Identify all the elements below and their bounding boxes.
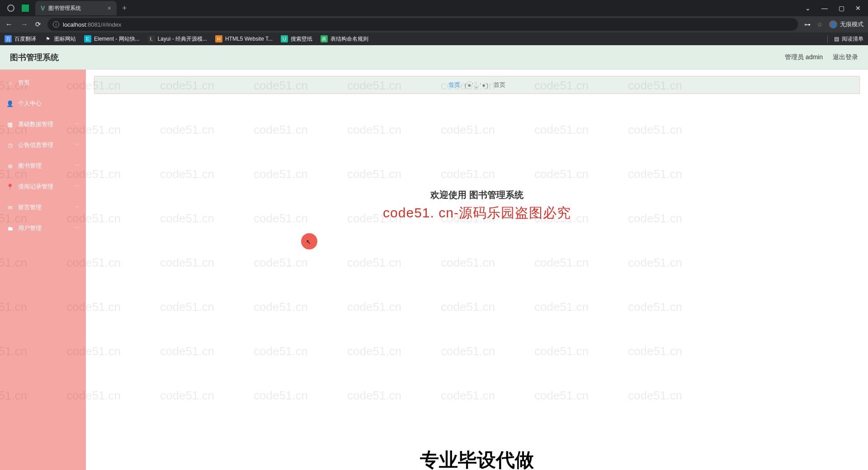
tab-inactive-icon[interactable]	[7, 5, 14, 12]
chevron-down-icon: ﹀	[75, 225, 80, 231]
chevron-down-icon: ﹀	[75, 121, 80, 127]
bookmark-label: 搜索壁纸	[291, 35, 312, 43]
user-icon: 👤	[6, 100, 14, 107]
address-bar-right: ⊶ ☆ 👤 无痕模式	[804, 20, 863, 28]
app-body: ⌂ 首页 👤 个人中心 ▦ 基础数据管理 ﹀ ◷ 公告信息管理 ﹀ ⊕ 图书管理…	[0, 70, 868, 470]
bookmark-item[interactable]: 百百度翻译	[5, 35, 36, 43]
sidebar-item-basedata[interactable]: ▦ 基础数据管理 ﹀	[0, 114, 86, 135]
pin-icon: 📍	[6, 183, 14, 190]
site-info-icon[interactable]: i	[53, 21, 59, 28]
clock-icon: ◷	[6, 142, 14, 149]
breadcrumb: 首页 (●'◡'●) 首页	[94, 76, 860, 94]
sidebar-item-label: 借阅记录管理	[18, 183, 53, 191]
sidebar-item-label: 公告信息管理	[18, 141, 53, 149]
bookmark-icon: l.	[148, 35, 155, 42]
bookmark-label: Element - 网站快...	[94, 35, 140, 43]
url-path: /#/index	[101, 21, 122, 28]
bookmark-item[interactable]: 表表结构命名规则	[321, 35, 368, 43]
tab-inactive-icon-2[interactable]	[22, 5, 29, 12]
sidebar-item-message[interactable]: ✉ 留言管理 ﹀	[0, 197, 86, 218]
tab-title: 图书管理系统	[48, 5, 104, 12]
chevron-down-icon[interactable]: ⌄	[805, 5, 811, 12]
close-icon[interactable]: ×	[108, 5, 111, 12]
header-actions: 管理员 admin 退出登录	[785, 53, 858, 61]
bookmark-icon: ⚑	[44, 35, 52, 42]
folder-icon: 🖿	[6, 225, 14, 232]
app-header: 图书管理系统 管理员 admin 退出登录	[0, 45, 868, 70]
vue-icon: V	[41, 5, 45, 12]
logout-button[interactable]: 退出登录	[833, 53, 858, 61]
chevron-down-icon: ﹀	[75, 163, 80, 169]
url-host: localhost	[63, 21, 86, 28]
bookmark-icon: 表	[321, 35, 328, 42]
bookmark-label: 百度翻译	[14, 35, 36, 43]
bookmark-icon: H	[215, 35, 222, 42]
incognito-icon: 👤	[829, 20, 837, 28]
password-key-icon[interactable]: ⊶	[804, 21, 811, 28]
sidebar-item-label: 图书管理	[18, 162, 42, 170]
globe-icon: ⊕	[6, 163, 14, 169]
url-input[interactable]: i localhost:8081/#/index	[47, 18, 798, 31]
cursor-icon: ↖	[306, 239, 311, 245]
grid-icon: ▦	[6, 121, 14, 128]
sidebar-item-label: 基础数据管理	[18, 120, 53, 128]
bookmark-item[interactable]: ⚑图标网站	[44, 35, 76, 43]
app-title: 图书管理系统	[10, 52, 59, 63]
bottom-banner: 专业毕设代做	[420, 447, 534, 470]
sidebar-item-label: 个人中心	[18, 99, 42, 108]
bookmark-item[interactable]: l.Layui - 经典开源模...	[148, 35, 207, 43]
bookmark-label: 图标网站	[54, 35, 76, 43]
bookmark-icon: E	[84, 35, 91, 42]
sidebar-item-label: 首页	[18, 79, 30, 87]
back-button[interactable]: ←	[5, 20, 14, 28]
sidebar-item-notice[interactable]: ◷ 公告信息管理 ﹀	[0, 135, 86, 155]
bookmark-label: 表结构命名规则	[330, 35, 368, 43]
sidebar-item-home[interactable]: ⌂ 首页	[0, 72, 86, 93]
bookmark-star-icon[interactable]: ☆	[817, 21, 823, 28]
main-content: 首页 (●'◡'●) 首页 欢迎使用 图书管理系统 code51. cn-源码乐…	[86, 70, 868, 470]
mail-icon: ✉	[6, 204, 14, 211]
maximize-icon[interactable]: ▢	[839, 5, 844, 12]
home-icon: ⌂	[6, 80, 14, 86]
close-window-icon[interactable]: ✕	[855, 5, 861, 12]
sidebar-item-books[interactable]: ⊕ 图书管理 ﹀	[0, 155, 86, 176]
reload-button[interactable]: ⟳	[35, 20, 41, 28]
app-root: 图书管理系统 管理员 admin 退出登录 ⌂ 首页 👤 个人中心 ▦ 基础数据…	[0, 45, 868, 470]
reading-list-icon: ▤	[834, 36, 839, 42]
browser-tab-active[interactable]: V 图书管理系统 ×	[35, 1, 117, 15]
window-controls: ⌄ ― ▢ ✕	[805, 5, 868, 12]
bookmark-icon: U	[281, 35, 288, 42]
breadcrumb-home[interactable]: 首页	[448, 81, 460, 89]
chevron-down-icon: ﹀	[75, 204, 80, 211]
bookmark-item[interactable]: U搜索壁纸	[281, 35, 312, 43]
bookmarks-bar: 百百度翻译 ⚑图标网站 EElement - 网站快... l.Layui - …	[0, 33, 868, 45]
admin-label[interactable]: 管理员 admin	[785, 53, 823, 61]
breadcrumb-separator: (●'◡'●)	[465, 82, 489, 89]
watermark-banner: code51. cn-源码乐园盗图必究	[94, 204, 860, 222]
chevron-down-icon: ﹀	[75, 142, 80, 148]
sidebar-item-users[interactable]: 🖿 用户管理 ﹀	[0, 218, 86, 239]
bookmark-label: Layui - 经典开源模...	[158, 35, 207, 43]
bookmark-icon: 百	[5, 35, 12, 42]
sidebar: ⌂ 首页 👤 个人中心 ▦ 基础数据管理 ﹀ ◷ 公告信息管理 ﹀ ⊕ 图书管理…	[0, 70, 86, 470]
sidebar-item-profile[interactable]: 👤 个人中心	[0, 93, 86, 114]
bookmark-item[interactable]: HHTML5 Website T...	[215, 35, 273, 42]
bookmark-item[interactable]: EElement - 网站快...	[84, 35, 140, 43]
bookmark-label: HTML5 Website T...	[225, 36, 273, 42]
sidebar-item-borrow[interactable]: 📍 借阅记录管理 ﹀	[0, 176, 86, 197]
url-port: :8081	[86, 21, 101, 28]
incognito-indicator[interactable]: 👤 无痕模式	[829, 20, 863, 28]
reading-list-button[interactable]: ▤ 阅读清单	[827, 35, 863, 43]
sidebar-item-label: 用户管理	[18, 224, 42, 232]
reading-list-label: 阅读清单	[842, 35, 863, 43]
minimize-icon[interactable]: ―	[821, 5, 828, 12]
url-text: localhost:8081/#/index	[63, 21, 121, 28]
tab-bar: V 图书管理系统 × + ⌄ ― ▢ ✕	[0, 0, 868, 16]
sidebar-item-label: 留言管理	[18, 203, 42, 212]
address-bar: ← → ⟳ i localhost:8081/#/index ⊶ ☆ 👤 无痕模…	[0, 16, 868, 33]
incognito-label: 无痕模式	[840, 20, 863, 28]
new-tab-button[interactable]: +	[122, 4, 127, 13]
browser-chrome: V 图书管理系统 × + ⌄ ― ▢ ✕ ← → ⟳ i localhost:8…	[0, 0, 868, 45]
forward-button[interactable]: →	[20, 20, 29, 28]
welcome-title: 欢迎使用 图书管理系统	[94, 189, 860, 201]
